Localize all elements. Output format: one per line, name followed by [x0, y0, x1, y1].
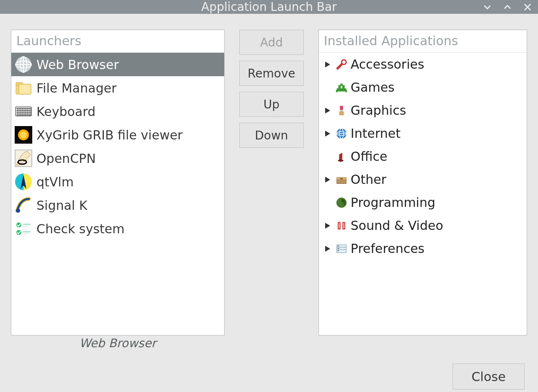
svg-rect-64 [340, 83, 343, 86]
programming-icon [335, 196, 348, 209]
svg-rect-19 [30, 108, 31, 109]
titlebar: Application Launch Bar [0, 0, 538, 14]
launchers-header: Launchers [11, 30, 224, 53]
disclosure-triangle-icon[interactable] [323, 131, 332, 137]
svg-rect-69 [339, 111, 344, 115]
svg-rect-40 [20, 114, 21, 116]
disclosure-triangle-icon[interactable] [323, 223, 332, 229]
svg-rect-46 [30, 114, 31, 116]
globe-icon [14, 55, 33, 74]
applications-tree[interactable]: AccessoriesGamesGraphicsInternetOfficeOt… [319, 53, 527, 335]
svg-rect-34 [25, 112, 26, 113]
disclosure-triangle-icon[interactable] [323, 62, 332, 67]
window-controls [483, 0, 532, 14]
svg-rect-58 [23, 231, 31, 232]
svg-point-74 [338, 159, 343, 162]
close-button[interactable]: Close [453, 364, 525, 389]
category-item[interactable]: Other [319, 168, 527, 191]
svg-rect-25 [25, 110, 26, 111]
svg-rect-32 [22, 112, 23, 113]
svg-rect-15 [23, 108, 25, 109]
soundvideo-icon [335, 219, 348, 232]
category-item[interactable]: Internet [319, 122, 527, 145]
launcher-item[interactable]: File Manager [11, 76, 224, 100]
launchers-list[interactable]: Web BrowserFile ManagerKeyboardXyGrib GR… [11, 53, 224, 335]
svg-rect-59 [23, 233, 28, 234]
folder-icon [14, 78, 33, 98]
launcher-label: Keyboard [36, 104, 96, 119]
svg-rect-13 [20, 108, 21, 109]
action-button-column: Add Remove Up Down [235, 30, 308, 350]
launcher-item[interactable]: Check system [11, 217, 224, 240]
category-label: Preferences [351, 241, 424, 256]
category-label: Games [351, 80, 395, 95]
category-item[interactable]: Programming [319, 191, 527, 214]
svg-rect-38 [17, 114, 18, 116]
launcher-item[interactable]: qtVlm [11, 170, 224, 193]
svg-rect-29 [17, 112, 18, 113]
category-item[interactable]: Office [319, 145, 527, 168]
launcher-label: qtVlm [36, 175, 74, 189]
disclosure-triangle-icon[interactable] [323, 177, 332, 183]
svg-rect-20 [17, 110, 18, 111]
sun-icon [14, 125, 33, 144]
category-item[interactable]: Graphics [319, 99, 527, 122]
add-button[interactable]: Add [239, 30, 304, 55]
launcher-item[interactable]: Web Browser [11, 53, 224, 76]
svg-rect-22 [20, 110, 21, 111]
svg-rect-17 [27, 108, 28, 109]
window-body: Launchers Web BrowserFile ManagerKeyboar… [0, 14, 538, 392]
category-label: Accessories [351, 57, 424, 72]
svg-point-49 [20, 132, 27, 138]
svg-rect-11 [17, 108, 18, 109]
up-button[interactable]: Up [239, 92, 304, 117]
svg-rect-18 [28, 108, 30, 109]
window-title: Application Launch Bar [201, 0, 337, 14]
svg-rect-68 [340, 110, 343, 111]
launcher-item[interactable]: OpenCPN [11, 147, 224, 170]
svg-rect-33 [23, 112, 25, 113]
down-button[interactable]: Down [239, 123, 304, 148]
svg-rect-12 [18, 108, 20, 109]
svg-rect-82 [344, 223, 344, 228]
svg-rect-55 [23, 224, 31, 225]
category-item[interactable]: Sound & Video [319, 214, 527, 237]
other-icon [335, 173, 348, 186]
graphics-icon [335, 104, 348, 117]
launcher-label: Signal K [36, 198, 87, 213]
category-item[interactable]: Games [319, 76, 527, 99]
signalk-icon [14, 196, 33, 215]
svg-point-54 [16, 222, 21, 227]
check-icon [14, 219, 33, 238]
keyboard-icon [14, 102, 33, 121]
close-icon[interactable] [523, 3, 532, 12]
maximize-icon[interactable] [503, 3, 512, 12]
svg-rect-14 [22, 108, 23, 109]
svg-rect-36 [28, 112, 30, 113]
svg-rect-31 [20, 112, 21, 113]
applications-header: Installed Applications [319, 30, 527, 53]
category-label: Office [351, 149, 388, 164]
disclosure-triangle-icon[interactable] [323, 108, 332, 113]
svg-rect-45 [28, 114, 30, 116]
svg-rect-65 [336, 90, 338, 92]
svg-rect-21 [18, 110, 20, 111]
minimize-icon[interactable] [483, 3, 492, 12]
launcher-item[interactable]: Signal K [11, 193, 224, 217]
svg-rect-30 [18, 112, 20, 113]
svg-point-60 [341, 59, 346, 64]
svg-rect-39 [18, 114, 20, 116]
svg-rect-27 [28, 110, 30, 111]
launcher-item[interactable]: Keyboard [11, 100, 224, 123]
svg-rect-77 [340, 178, 343, 179]
svg-rect-9 [19, 84, 31, 94]
svg-rect-87 [337, 248, 339, 249]
disclosure-triangle-icon[interactable] [323, 246, 332, 252]
category-item[interactable]: Accessories [319, 53, 527, 76]
launcher-label: OpenCPN [36, 151, 96, 166]
category-item[interactable]: Preferences [319, 237, 527, 260]
svg-rect-42 [23, 114, 25, 116]
launcher-item[interactable]: XyGrib GRIB file viewer [11, 123, 224, 147]
remove-button[interactable]: Remove [239, 61, 304, 86]
svg-rect-16 [25, 108, 26, 109]
